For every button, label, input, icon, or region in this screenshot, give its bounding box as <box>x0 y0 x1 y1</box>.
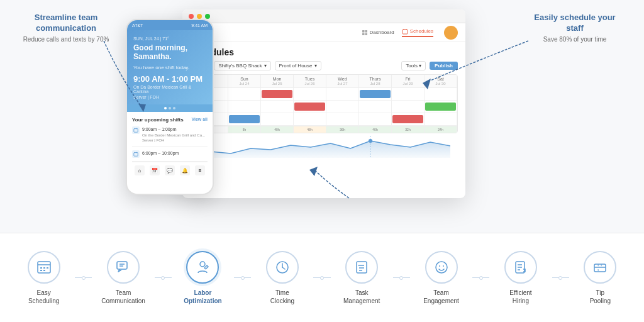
header-tues: TuesJul 26 <box>294 75 326 87</box>
nav-schedules[interactable]: Schedules <box>402 28 433 37</box>
svg-rect-0 <box>134 128 138 132</box>
shift-block[interactable] <box>294 103 325 111</box>
phone-shift-item-1: 9:00am – 1:00pm On the Border Mexican Gr… <box>132 126 208 147</box>
hours-sun: 8h <box>228 126 261 133</box>
row-3-mon[interactable] <box>261 113 294 125</box>
row-2-tues[interactable] <box>294 101 326 113</box>
schedule-toolbar: Template Shifty's BBQ Shack ▾ Front of H… <box>190 61 458 70</box>
schedule-row-1 <box>191 88 457 101</box>
svg-rect-3 <box>134 153 138 157</box>
notification-icon[interactable]: 🔔 <box>180 165 190 175</box>
row-2-wed[interactable] <box>326 101 359 113</box>
phone-bottom: Your upcoming shifts View all 9:00am – 1… <box>127 112 213 184</box>
feature-task-management[interactable]: TaskManagement <box>331 251 393 305</box>
tools-button[interactable]: Tools ▾ <box>401 61 426 70</box>
row-3-sun[interactable] <box>228 113 261 125</box>
feature-team-communication[interactable]: TeamCommunication <box>92 251 154 305</box>
schedule-grid: SunJul 24 MonJul 25 TuesJul 26 WedJul 27… <box>190 74 458 133</box>
phone-status-bar: AT&T 9:41 AM <box>127 20 213 30</box>
phone-view-all-link[interactable]: View all <box>191 117 208 123</box>
phone-carrier: AT&T <box>132 23 143 28</box>
schedules-page-title: Schedules <box>190 47 458 57</box>
team-engagement-icon-circle <box>425 251 458 284</box>
shift-block[interactable] <box>229 115 260 123</box>
team-engagement-label: TeamEngagement <box>423 289 459 305</box>
feature-labor-optimization[interactable]: LaborOptimization <box>172 251 234 305</box>
nav-dashboard[interactable]: Dashboard <box>362 30 394 36</box>
connector-3 <box>234 277 251 278</box>
shift-block[interactable] <box>360 90 391 98</box>
tip-pooling-icon-circle: $ $ $ <box>584 251 616 284</box>
connector-dot-3 <box>241 276 245 280</box>
message-icon[interactable]: 💬 <box>165 165 175 175</box>
feature-team-engagement[interactable]: TeamEngagement <box>410 251 472 305</box>
row-3-thurs[interactable] <box>359 113 392 125</box>
home-icon[interactable]: ⌂ <box>135 165 145 175</box>
minimize-dot <box>197 14 202 19</box>
mini-chart <box>190 136 458 158</box>
connector-line-3 <box>234 277 251 278</box>
row-3-tues[interactable] <box>294 113 326 125</box>
header-sat: SatJul 30 <box>425 75 457 87</box>
svg-rect-33 <box>357 262 367 273</box>
row-2-mon[interactable] <box>261 101 294 113</box>
carousel-dot-2 <box>169 107 171 109</box>
connector-7 <box>552 277 569 278</box>
desktop-content: Schedules Template Shifty's BBQ Shack ▾ … <box>182 42 465 163</box>
row-1-sun[interactable] <box>228 88 261 100</box>
hours-row: Hrs 8h 40h 48h 36h 40h 32h 24h <box>191 126 457 133</box>
connector-line-5 <box>393 277 410 278</box>
hours-fri: 32h <box>392 126 425 133</box>
row-1-thurs[interactable] <box>359 88 392 100</box>
hours-wed: 36h <box>326 126 359 133</box>
svg-point-37 <box>436 262 447 273</box>
svg-rect-24 <box>43 270 45 271</box>
phone-location: On Da Border Mexican Grill & Cantina <box>133 85 206 94</box>
feature-efficient-hiring[interactable]: EfficientHiring <box>489 251 552 305</box>
row-3-wed[interactable] <box>326 113 359 125</box>
user-avatar[interactable] <box>444 26 458 40</box>
svg-rect-23 <box>40 270 42 271</box>
row-3-sat[interactable] <box>425 113 457 125</box>
publish-button[interactable]: Publish <box>430 62 458 70</box>
shift-2-time: 6:00pm – 10:00pm <box>142 150 179 157</box>
phone-date: SUN, JUL 24 | 71° <box>133 36 206 41</box>
location-dropdown[interactable]: Shifty's BBQ Shack ▾ <box>214 61 270 70</box>
shift-1-time: 9:00am – 1:00pm <box>142 126 205 133</box>
row-1-fri[interactable] <box>392 88 425 100</box>
feature-tip-pooling[interactable]: $ $ $ TipPooling <box>569 251 631 305</box>
shift-block[interactable] <box>262 90 292 98</box>
menu-icon[interactable]: ≡ <box>195 165 205 175</box>
row-2-sat[interactable] <box>425 101 457 113</box>
row-3-fri[interactable] <box>392 113 425 125</box>
svg-rect-25 <box>117 262 127 269</box>
row-1-wed[interactable] <box>326 88 359 100</box>
row-1-sat[interactable] <box>425 88 457 100</box>
shift-block[interactable] <box>425 103 456 111</box>
left-annotation-subtext: Reduce calls and texts by 70% <box>19 36 113 43</box>
feature-easy-scheduling[interactable]: EasyScheduling <box>13 251 75 305</box>
feature-time-clocking[interactable]: TimeClocking <box>251 251 313 305</box>
row-2-thurs[interactable] <box>359 101 392 113</box>
section-dropdown[interactable]: Front of House ▾ <box>275 61 321 70</box>
time-clocking-icon-circle <box>266 251 299 284</box>
shift-1-location: On the Border Mexican Grill and Ca... <box>142 133 205 138</box>
desktop-mockup: Dashboard Schedules Schedules Template S… <box>182 9 465 198</box>
task-management-label: TaskManagement <box>343 289 380 305</box>
svg-rect-22 <box>47 267 48 269</box>
calendar-icon[interactable]: 📅 <box>150 165 160 175</box>
schedule-row-3 <box>191 113 457 126</box>
connector-5 <box>393 277 410 278</box>
svg-point-28 <box>200 262 205 267</box>
phone-role: Server | FOH <box>133 95 206 99</box>
row-1-mon[interactable] <box>261 88 294 100</box>
shift-block[interactable] <box>392 115 423 123</box>
row-2-sun[interactable] <box>228 101 261 113</box>
task-management-icon-circle <box>345 251 378 284</box>
phone-shift-info: You have one shift today. <box>133 65 206 70</box>
efficient-hiring-icon-circle <box>504 251 537 284</box>
row-2-fri[interactable] <box>392 101 425 113</box>
close-dot <box>189 14 194 19</box>
right-annotation-subtext: Save 80% of your time <box>525 36 625 43</box>
row-1-tues[interactable] <box>294 88 326 100</box>
